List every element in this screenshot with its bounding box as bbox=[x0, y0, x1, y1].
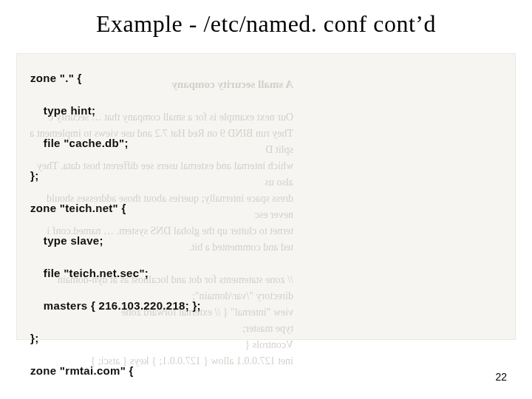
code-line: masters { 216.103.220.218; }; bbox=[30, 298, 201, 314]
code-line: file "teich.net.sec"; bbox=[30, 265, 201, 282]
ghost-line: type master; bbox=[242, 323, 293, 334]
code-line: type slave; bbox=[30, 233, 201, 249]
config-foreground: zone "." { type hint; file "cache.db"; }… bbox=[30, 54, 201, 399]
code-line: }; bbox=[30, 168, 201, 184]
code-line: zone "rmtai.com" { bbox=[30, 363, 201, 379]
ghost-line: directory "/var/domain"; bbox=[192, 290, 293, 301]
slide-title: Example - /etc/named. conf cont’d bbox=[0, 10, 532, 38]
code-line: file "cache.db"; bbox=[30, 135, 201, 151]
page-number: 22 bbox=[495, 371, 507, 383]
slide: Example - /etc/named. conf cont’d A smal… bbox=[0, 0, 532, 399]
code-line: zone "." { bbox=[30, 70, 201, 86]
code-line: }; bbox=[30, 330, 201, 347]
code-line: zone "teich.net" { bbox=[30, 200, 201, 216]
ghost-line: ted and commented a bit. bbox=[189, 242, 293, 253]
scan-background: A small security company Our next exampl… bbox=[16, 53, 516, 340]
ghost-line: Vcontrols { bbox=[245, 339, 293, 350]
code-line: type hint; bbox=[30, 103, 201, 119]
code-line: type slave; bbox=[30, 395, 201, 399]
